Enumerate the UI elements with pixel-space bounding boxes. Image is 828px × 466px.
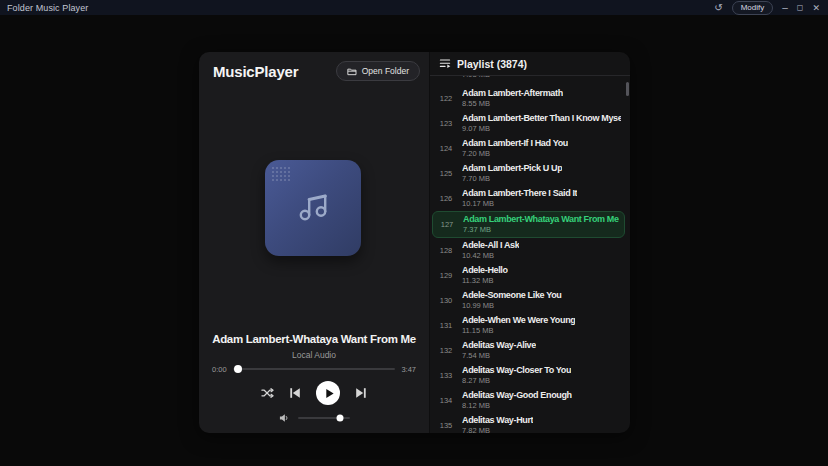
window-controls: ↺ Modify – ◻ ✕ [714, 1, 828, 15]
playlist-item-number: 129 [437, 271, 455, 280]
playlist-item-size: 7.70 MB [462, 175, 562, 183]
maximize-button[interactable]: ◻ [797, 3, 804, 13]
undo-icon[interactable]: ↺ [714, 3, 722, 13]
playlist-item-title: Adelitas Way-Hurt [462, 416, 533, 425]
playlist-item-title: Adam Lambert-There I Said It [462, 189, 577, 198]
playlist-item-title: Adam Lambert-Aftermath [462, 89, 563, 98]
playlist-item-number: 134 [437, 396, 455, 405]
previous-track-button[interactable] [289, 387, 301, 399]
playlist-icon [439, 55, 451, 73]
playlist-item-size: 7.20 MB [462, 150, 568, 158]
playlist-item-number: 133 [437, 371, 455, 380]
playlist-item-text: Adelitas Way-Closer To You 8.27 MB [462, 366, 571, 385]
music-player-window: MusicPlayer Open Folder [199, 52, 630, 433]
playlist-item[interactable]: 134 Adelitas Way-Good Enough 8.12 MB [432, 388, 625, 413]
music-note-icon [293, 186, 333, 230]
open-folder-label: Open Folder [362, 66, 409, 76]
playlist-item-size: 9.07 MB [462, 125, 621, 133]
app-title: MusicPlayer [213, 63, 298, 80]
close-button[interactable]: ✕ [812, 3, 820, 13]
track-subtitle: Local Audio [199, 350, 429, 360]
playlist-item-text: Adam Lambert-Whataya Want From Me 7.37 M… [463, 215, 619, 234]
progress-row: 0:00 3:47 [212, 364, 416, 374]
window-title: Folder Music Player [0, 3, 88, 13]
playlist-item[interactable]: 126 Adam Lambert-There I Said It 10.17 M… [432, 186, 625, 211]
volume-row [199, 413, 429, 423]
playlist-item-number: 125 [437, 169, 455, 178]
window-titlebar: Folder Music Player ↺ Modify – ◻ ✕ [0, 0, 828, 15]
playlist-item-number: 135 [437, 421, 455, 430]
next-track-button[interactable] [355, 387, 367, 399]
playlist-item-title: Adelitas Way-Closer To You [462, 366, 571, 375]
folder-icon [347, 67, 357, 76]
playlist-item-number: 128 [437, 246, 455, 255]
playlist-item-title: Adele-All I Ask [462, 241, 519, 250]
playlist-item-size: 8.12 MB [462, 402, 572, 410]
playlist-item[interactable]: 127 Adam Lambert-Whataya Want From Me 7.… [432, 211, 625, 238]
playlist-scrollbar[interactable] [626, 79, 629, 429]
playlist-item-text: Adam Lambert-There I Said It 10.17 MB [462, 189, 577, 208]
volume-thumb[interactable] [336, 415, 343, 422]
open-folder-button[interactable]: Open Folder [336, 61, 420, 81]
minimize-button[interactable]: – [782, 3, 788, 13]
playlist-item-number: 123 [437, 119, 455, 128]
playlist-header-label: Playlist (3874) [457, 58, 527, 70]
playlist-item[interactable]: 123 Adam Lambert-Better Than I Know Myse… [432, 111, 625, 136]
playlist-item-text: Adelitas Way-Hurt 7.82 MB [462, 416, 533, 433]
playlist-item[interactable]: 133 Adelitas Way-Closer To You 8.27 MB [432, 363, 625, 388]
playlist-item-text: Adele-When We Were Young 11.15 MB [462, 316, 575, 335]
playlist-item-size: 10.42 MB [462, 252, 519, 260]
modify-button[interactable]: Modify [732, 1, 774, 15]
shuffle-button[interactable] [261, 387, 274, 399]
playlist-item-title: Adam Lambert-If I Had You [462, 139, 568, 148]
seek-thumb[interactable] [234, 365, 242, 373]
playlist-item[interactable]: 121 7.93 MB [432, 76, 625, 86]
album-art [265, 160, 361, 256]
playlist-item-size: 8.27 MB [462, 377, 571, 385]
playlist-item-size: 10.17 MB [462, 200, 577, 208]
playlist-item-size: 10.99 MB [462, 302, 562, 310]
playlist-item-number: 121 [437, 76, 455, 78]
playback-controls [199, 380, 429, 406]
playlist-item[interactable]: 129 Adele-Hello 11.32 MB [432, 263, 625, 288]
playlist-item-text: 7.93 MB [462, 76, 490, 79]
playlist-item-size: 11.32 MB [462, 277, 508, 285]
playlist-item-size: 7.37 MB [463, 226, 619, 234]
playlist-item-title: Adele-Someone Like You [462, 291, 562, 300]
play-button[interactable] [316, 381, 340, 405]
playlist-item-number: 122 [437, 94, 455, 103]
volume-slider[interactable] [298, 417, 350, 419]
playlist-header: Playlist (3874) [430, 52, 630, 76]
playlist-item-title: Adelitas Way-Good Enough [462, 391, 572, 400]
playlist-item-text: Adele-Hello 11.32 MB [462, 266, 508, 285]
playlist-item-number: 132 [437, 346, 455, 355]
seek-slider[interactable] [233, 368, 396, 370]
playlist-item[interactable]: 131 Adele-When We Were Young 11.15 MB [432, 313, 625, 338]
playlist-item-number: 124 [437, 144, 455, 153]
playlist-item-size: 7.54 MB [462, 352, 536, 360]
playlist-item-title: Adele-Hello [462, 266, 508, 275]
playlist-item[interactable]: 124 Adam Lambert-If I Had You 7.20 MB [432, 136, 625, 161]
playlist-item-title: Adam Lambert-Whataya Want From Me [463, 215, 619, 224]
playlist-item-text: Adele-All I Ask 10.42 MB [462, 241, 519, 260]
playlist-item-title: Adelitas Way-Alive [462, 341, 536, 350]
time-current: 0:00 [212, 365, 227, 374]
playlist-item[interactable]: 135 Adelitas Way-Hurt 7.82 MB [432, 413, 625, 433]
player-header: MusicPlayer Open Folder [213, 61, 420, 81]
player-panel: MusicPlayer Open Folder [199, 52, 429, 433]
playlist-item-title: Adam Lambert-Better Than I Know Myself [462, 114, 621, 123]
playlist-item-text: Adam Lambert-Better Than I Know Myself 9… [462, 114, 621, 133]
playlist-item-title: Adele-When We Were Young [462, 316, 575, 325]
playlist-item[interactable]: 122 Adam Lambert-Aftermath 8.55 MB [432, 86, 625, 111]
playlist-item[interactable]: 132 Adelitas Way-Alive 7.54 MB [432, 338, 625, 363]
playlist-list[interactable]: 121 7.93 MB 122 Adam Lambert-Aftermath 8… [432, 76, 625, 433]
playlist-scrollbar-thumb[interactable] [626, 82, 629, 96]
playlist-item[interactable]: 125 Adam Lambert-Pick U Up 7.70 MB [432, 161, 625, 186]
playlist-item-number: 131 [437, 321, 455, 330]
playlist-item[interactable]: 130 Adele-Someone Like You 10.99 MB [432, 288, 625, 313]
playlist-item-number: 130 [437, 296, 455, 305]
playlist-item-text: Adam Lambert-Pick U Up 7.70 MB [462, 164, 562, 183]
playlist-item[interactable]: 128 Adele-All I Ask 10.42 MB [432, 238, 625, 263]
playlist-item-text: Adele-Someone Like You 10.99 MB [462, 291, 562, 310]
playlist-item-number: 126 [437, 194, 455, 203]
